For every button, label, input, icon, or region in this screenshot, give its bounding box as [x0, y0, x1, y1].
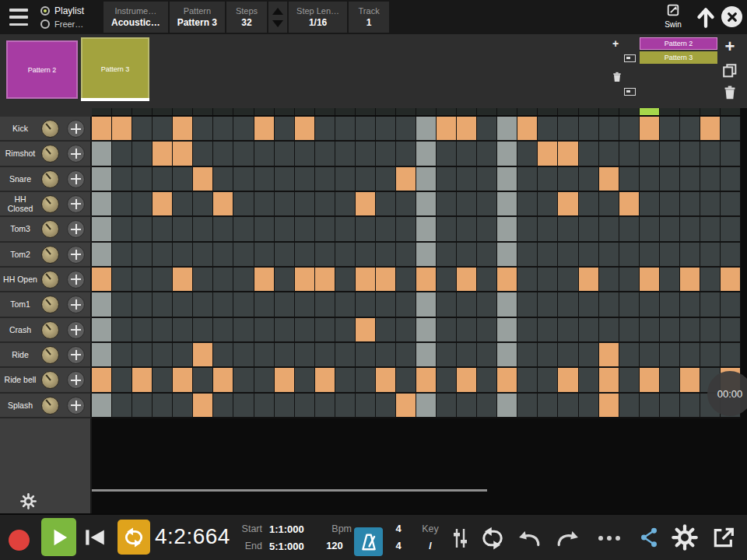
step-cell[interactable]: [416, 318, 437, 343]
step-cell[interactable]: [517, 142, 538, 166]
step-cell[interactable]: [497, 142, 517, 166]
channel-row[interactable]: Tom3: [0, 217, 92, 242]
step-cell[interactable]: [92, 292, 112, 317]
step-cell[interactable]: [680, 318, 700, 343]
step-cell[interactable]: [153, 268, 173, 292]
step-cell[interactable]: [437, 343, 457, 368]
step-cell[interactable]: [599, 268, 619, 292]
channel-volume-knob[interactable]: [41, 246, 59, 264]
step-cell[interactable]: [92, 117, 112, 142]
step-cell[interactable]: [233, 243, 254, 268]
step-cell[interactable]: [680, 292, 700, 317]
step-cell[interactable]: [579, 117, 599, 142]
step-cell[interactable]: [457, 318, 477, 343]
step-cell[interactable]: [599, 217, 619, 242]
undo-button[interactable]: [517, 529, 541, 551]
step-cell[interactable]: [396, 217, 416, 242]
step-cell[interactable]: [233, 167, 254, 192]
step-cell[interactable]: [275, 167, 295, 192]
step-cell[interactable]: [619, 243, 640, 268]
pattern-tile[interactable]: Pattern 2: [6, 40, 78, 99]
step-cell[interactable]: [112, 142, 132, 166]
channel-row[interactable]: HH Open: [0, 268, 92, 292]
add-pattern-list-button[interactable]: +: [721, 37, 739, 56]
step-cell[interactable]: [376, 142, 396, 166]
channel-row[interactable]: Rimshot: [0, 142, 92, 166]
channel-volume-knob[interactable]: [41, 346, 59, 364]
step-cell[interactable]: [254, 394, 275, 418]
step-cell[interactable]: [254, 368, 275, 393]
step-cell[interactable]: [599, 368, 619, 393]
add-pattern-button[interactable]: +: [612, 39, 636, 64]
step-cell[interactable]: [558, 343, 578, 368]
pattern-field[interactable]: Pattern Pattern 3: [170, 2, 225, 33]
step-cell[interactable]: [92, 167, 112, 192]
step-cell[interactable]: [396, 243, 416, 268]
step-cell[interactable]: [213, 117, 233, 142]
step-cell[interactable]: [640, 192, 660, 217]
step-cell[interactable]: [295, 343, 315, 368]
step-cell[interactable]: [315, 192, 335, 217]
step-cell[interactable]: [92, 142, 112, 166]
step-cell[interactable]: [437, 142, 457, 166]
step-cell[interactable]: [315, 167, 335, 192]
step-cell[interactable]: [457, 243, 477, 268]
step-cell[interactable]: [457, 292, 477, 317]
delete-pattern-list-button[interactable]: [721, 84, 739, 103]
step-cell[interactable]: [680, 394, 700, 418]
step-cell[interactable]: [92, 192, 112, 217]
step-cell[interactable]: [335, 217, 356, 242]
more-options-button[interactable]: [598, 536, 620, 541]
channel-row[interactable]: HH Closed: [0, 192, 92, 217]
step-cell[interactable]: [132, 142, 153, 166]
step-cell[interactable]: [356, 292, 376, 317]
step-cell[interactable]: [132, 268, 153, 292]
play-button[interactable]: [41, 518, 76, 556]
step-cell[interactable]: [335, 343, 356, 368]
step-cell[interactable]: [538, 343, 558, 368]
step-cell[interactable]: [153, 117, 173, 142]
channel-pan-knob[interactable]: [67, 371, 85, 389]
step-cell[interactable]: [700, 268, 721, 292]
step-cell[interactable]: [335, 192, 356, 217]
step-cell[interactable]: [132, 243, 153, 268]
step-cell[interactable]: [477, 343, 497, 368]
channel-pan-knob[interactable]: [67, 397, 85, 415]
step-cell[interactable]: [416, 243, 437, 268]
step-cell[interactable]: [396, 167, 416, 192]
step-cell[interactable]: [315, 117, 335, 142]
step-cell[interactable]: [112, 318, 132, 343]
step-cell[interactable]: [680, 243, 700, 268]
step-cell[interactable]: [599, 142, 619, 166]
step-cell[interactable]: [193, 117, 213, 142]
step-cell[interactable]: [153, 217, 173, 242]
channel-pan-knob[interactable]: [67, 346, 85, 364]
key-control[interactable]: Key /: [416, 520, 445, 555]
step-cell[interactable]: [396, 292, 416, 317]
sequencer-settings-button[interactable]: [20, 493, 37, 513]
step-cell[interactable]: [599, 343, 619, 368]
step-cell[interactable]: [335, 167, 356, 192]
step-cell[interactable]: [396, 142, 416, 166]
step-cell[interactable]: [721, 343, 741, 368]
step-cell[interactable]: [497, 368, 517, 393]
step-cell[interactable]: [538, 292, 558, 317]
channel-pan-knob[interactable]: [67, 195, 85, 213]
step-cell[interactable]: [112, 192, 132, 217]
step-cell[interactable]: [457, 217, 477, 242]
step-cell[interactable]: [579, 192, 599, 217]
step-cell[interactable]: [213, 268, 233, 292]
step-cell[interactable]: [132, 318, 153, 343]
step-cell[interactable]: [437, 368, 457, 393]
step-cell[interactable]: [295, 192, 315, 217]
step-cell[interactable]: [315, 343, 335, 368]
step-cell[interactable]: [558, 268, 578, 292]
step-cell[interactable]: [579, 394, 599, 418]
step-cell[interactable]: [356, 318, 376, 343]
step-cell[interactable]: [517, 394, 538, 418]
step-cell[interactable]: [315, 217, 335, 242]
step-cell[interactable]: [315, 142, 335, 166]
step-cell[interactable]: [619, 318, 640, 343]
step-cell[interactable]: [335, 368, 356, 393]
step-cell[interactable]: [416, 217, 437, 242]
